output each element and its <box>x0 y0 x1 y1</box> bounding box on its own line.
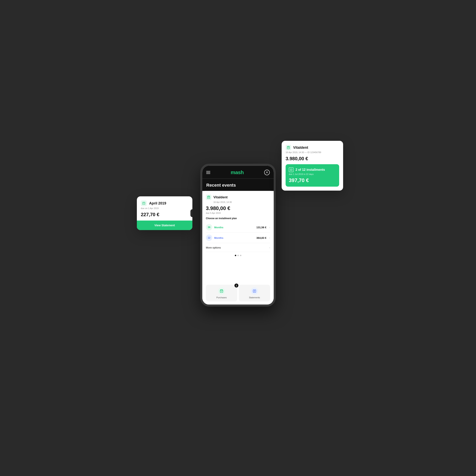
phone-screen: mash Recent events <box>202 166 274 305</box>
dot-3 <box>240 255 241 256</box>
installment-amount-36: 131,56 € <box>256 226 267 229</box>
profile-icon[interactable] <box>264 170 270 175</box>
view-statement-button[interactable]: View Statement <box>137 221 192 230</box>
fc-amount: 227,70 € <box>141 212 188 217</box>
phone-header: mash <box>202 166 274 179</box>
fc-icon-row: April 2019 <box>141 200 188 206</box>
months-badge-36: 36 <box>206 224 212 230</box>
scene: mash Recent events <box>149 129 327 347</box>
hamburger-icon[interactable] <box>206 171 210 174</box>
fc-statement-icon <box>141 200 147 206</box>
main-card: Vitaldent 16 Apr 2019, 14:30 3.980,00 € … <box>202 191 274 285</box>
merchant-date: 16 Apr 2019, 14:30 <box>213 201 270 203</box>
fcr-shop-icon <box>286 145 291 150</box>
statements-nav-item[interactable]: Statements <box>239 285 270 302</box>
merchant-row: Vitaldent <box>206 195 270 200</box>
floating-card-left: April 2019 due on 1 Apr 2019 227,70 € Vi… <box>137 196 192 230</box>
fcr-date: 16 Apr 2019, 14:30 — ID 123456789 <box>286 151 339 153</box>
months-label-12: Months <box>214 236 223 239</box>
app-logo: mash <box>231 169 244 175</box>
chevron-right-icon-36: › <box>269 226 270 229</box>
ih-subtitle: due 1 Jul 2019 in 22 days <box>289 173 336 175</box>
statements-icon <box>251 288 258 295</box>
purchases-icon <box>218 288 225 295</box>
logo-m: mash <box>231 169 244 175</box>
ih-icon <box>289 167 293 172</box>
ih-amount: 397,70 € <box>289 177 336 184</box>
months-badge-12: 12 <box>206 235 212 241</box>
phone-frame: mash Recent events <box>200 164 276 307</box>
dot-2 <box>238 255 239 256</box>
statements-label: Statements <box>249 296 260 299</box>
svg-point-0 <box>267 171 268 172</box>
chevron-right-icon-more: › <box>269 246 270 249</box>
floating-card-right: Vitaldent 16 Apr 2019, 14:30 — ID 123456… <box>282 141 343 191</box>
fcr-merchant-row: Vitaldent <box>286 145 339 150</box>
installment-option-12[interactable]: 12 Months 364,83 € › <box>206 233 270 243</box>
installment-label: Choose an installment plan <box>206 217 270 220</box>
dot-1 <box>235 255 236 256</box>
fc-title: April 2019 <box>149 201 166 205</box>
dots-indicator <box>206 252 270 259</box>
card-due: due 5 Apr 2019 <box>206 212 270 214</box>
chevron-right-icon-12: › <box>269 236 270 239</box>
fcr-merchant-name: Vitaldent <box>293 146 308 150</box>
purchases-badge: 2 <box>235 284 238 288</box>
recent-events-title: Recent events <box>206 183 270 188</box>
card-notch <box>190 209 192 217</box>
fc-subtitle: due on 1 Apr 2019 <box>141 207 188 209</box>
installment-highlight: 2 of 12 installments due 1 Jul 2019 in 2… <box>286 164 339 187</box>
fcr-amount: 3.980,00 € <box>286 156 339 161</box>
installment-option-36[interactable]: 36 Months 131,56 € › <box>206 222 270 233</box>
purchases-label: Purchases <box>216 296 227 299</box>
merchant-name: Vitaldent <box>213 195 227 199</box>
months-label-36: Months <box>214 226 223 229</box>
more-options-text: More options <box>206 246 221 249</box>
more-options-row[interactable]: More options › <box>206 243 270 252</box>
installment-amount-12: 364,83 € <box>256 236 267 239</box>
purchases-nav-item[interactable]: 2 Purchases <box>206 285 237 302</box>
phone-content: Recent events <box>202 179 274 191</box>
bottom-nav: 2 Purchases Statements <box>202 285 274 305</box>
card-amount: 3.980,00 € <box>206 205 270 211</box>
shop-icon <box>206 195 211 200</box>
ih-title: 2 of 12 installments <box>295 168 325 171</box>
ih-top-row: 2 of 12 installments <box>289 167 336 172</box>
